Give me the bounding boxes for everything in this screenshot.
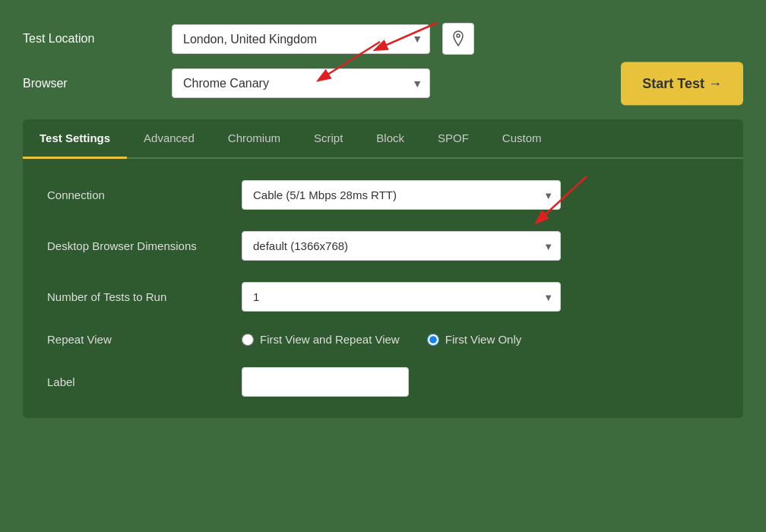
start-test-button[interactable]: Start Test → bbox=[621, 62, 743, 105]
tab-custom[interactable]: Custom bbox=[486, 119, 559, 157]
tab-advanced[interactable]: Advanced bbox=[127, 119, 211, 157]
radio-first-and-repeat-label: First View and Repeat View bbox=[260, 333, 400, 346]
test-location-label: Test Location bbox=[23, 32, 160, 46]
browser-row: Browser Chrome Canary Chrome Firefox Edg… bbox=[23, 68, 743, 98]
label-label: Label bbox=[47, 375, 229, 388]
num-tests-select[interactable]: 1 2 3 4 5 6 7 8 9 bbox=[242, 282, 561, 312]
desktop-dimensions-select-wrap: default (1366x768) 1024x768 1280x1024 19… bbox=[242, 231, 561, 261]
desktop-dimensions-row: Desktop Browser Dimensions default (1366… bbox=[47, 231, 719, 261]
svg-point-0 bbox=[457, 34, 460, 37]
browser-select-wrapper: Chrome Canary Chrome Firefox Edge ▼ bbox=[172, 68, 430, 98]
radio-first-only[interactable]: First View Only bbox=[427, 333, 522, 346]
tabs-panel: Test Settings Advanced Chromium Script B… bbox=[23, 119, 743, 418]
test-location-select-wrapper: London, United Kingdom Frankfurt, German… bbox=[172, 24, 430, 54]
desktop-dimensions-label: Desktop Browser Dimensions bbox=[47, 239, 229, 252]
browser-label: Browser bbox=[23, 77, 160, 90]
pin-icon bbox=[451, 30, 466, 47]
radio-first-and-repeat-input[interactable] bbox=[242, 334, 254, 346]
tab-block[interactable]: Block bbox=[359, 119, 421, 157]
tab-script[interactable]: Script bbox=[297, 119, 359, 157]
browser-select[interactable]: Chrome Canary Chrome Firefox Edge bbox=[172, 68, 430, 98]
repeat-view-label: Repeat View bbox=[47, 333, 229, 346]
connection-select[interactable]: Cable (5/1 Mbps 28ms RTT) DSL (1.5/0.384… bbox=[242, 180, 561, 210]
tab-content-test-settings: Connection Cable (5/1 Mbps 28ms RTT) DSL… bbox=[23, 159, 743, 418]
connection-row: Connection Cable (5/1 Mbps 28ms RTT) DSL… bbox=[47, 180, 719, 210]
label-row: Label bbox=[47, 367, 719, 397]
tab-spof[interactable]: SPOF bbox=[421, 119, 486, 157]
label-input[interactable] bbox=[242, 367, 409, 397]
connection-select-wrap: Cable (5/1 Mbps 28ms RTT) DSL (1.5/0.384… bbox=[242, 180, 561, 210]
radio-first-and-repeat[interactable]: First View and Repeat View bbox=[242, 333, 400, 346]
num-tests-label: Number of Tests to Run bbox=[47, 290, 229, 303]
tabs-header: Test Settings Advanced Chromium Script B… bbox=[23, 119, 743, 159]
tab-test-settings[interactable]: Test Settings bbox=[23, 119, 127, 159]
location-pin-button[interactable] bbox=[442, 23, 474, 55]
tab-chromium[interactable]: Chromium bbox=[211, 119, 297, 157]
radio-first-only-label: First View Only bbox=[445, 333, 522, 346]
num-tests-select-wrap: 1 2 3 4 5 6 7 8 9 ▼ bbox=[242, 282, 561, 312]
repeat-view-radio-group: First View and Repeat View First View On… bbox=[242, 333, 521, 346]
connection-label: Connection bbox=[47, 188, 229, 201]
num-tests-row: Number of Tests to Run 1 2 3 4 5 6 7 8 9… bbox=[47, 282, 719, 312]
top-section: Test Location London, United Kingdom Fra… bbox=[23, 23, 743, 98]
repeat-view-row: Repeat View First View and Repeat View F… bbox=[47, 333, 719, 346]
test-location-row: Test Location London, United Kingdom Fra… bbox=[23, 23, 743, 55]
test-location-select[interactable]: London, United Kingdom Frankfurt, German… bbox=[172, 24, 430, 54]
desktop-dimensions-select[interactable]: default (1366x768) 1024x768 1280x1024 19… bbox=[242, 231, 561, 261]
radio-first-only-input[interactable] bbox=[427, 334, 439, 346]
